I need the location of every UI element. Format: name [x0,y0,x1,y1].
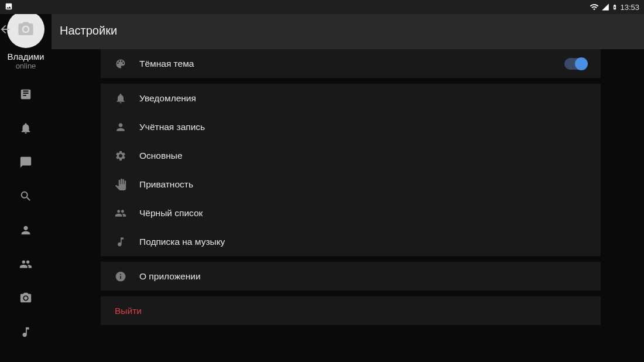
person-icon[interactable] [19,224,32,237]
wifi-icon [590,2,599,12]
avatar[interactable] [7,11,44,48]
row-blacklist[interactable]: Чёрный список [101,199,601,227]
music-icon [115,236,126,248]
statusbar-left [5,2,13,12]
row-privacy[interactable]: Приватность [101,170,601,199]
dark-theme-label: Тёмная тема [139,59,564,69]
info-icon [115,271,126,282]
logout-label: Выйти [115,306,587,316]
search-icon[interactable] [19,190,32,203]
section-logout: Выйти [101,296,601,325]
camera-icon [17,21,35,38]
feed-icon[interactable] [19,88,32,101]
row-music-sub[interactable]: Подписка на музыку [101,227,601,256]
section-general: Уведомления Учётная запись Основные Прив… [101,84,601,256]
settings-content: Тёмная тема Уведомления Учётная запись О… [101,49,601,362]
palette-icon [115,58,126,70]
camera-nav-icon[interactable] [19,292,32,305]
notifications-label: Уведомления [139,93,587,104]
battery-charging-icon [612,2,618,12]
blacklist-label: Чёрный список [139,208,587,218]
back-icon[interactable] [0,23,12,36]
bell-icon[interactable] [19,122,32,135]
gear-icon [115,150,126,162]
row-notifications[interactable]: Уведомления [101,84,601,112]
hand-icon [115,179,126,190]
account-label: Учётная запись [139,122,587,132]
about-label: О приложении [139,271,587,282]
row-dark-theme[interactable]: Тёмная тема [101,49,601,78]
sidebar: Владими online [0,0,52,362]
section-about: О приложении [101,262,601,291]
dark-theme-toggle[interactable] [564,58,587,70]
music-sub-label: Подписка на музыку [139,237,587,247]
music-nav-icon[interactable] [19,326,32,339]
privacy-label: Приватность [139,179,587,190]
row-account[interactable]: Учётная запись [101,112,601,141]
group-icon [115,207,126,219]
status-bar: 13:53 [0,0,644,14]
person-icon [115,121,126,133]
bell-icon [115,93,126,104]
section-appearance: Тёмная тема [101,49,601,78]
row-about[interactable]: О приложении [101,262,601,291]
statusbar-right: 13:53 [590,2,639,12]
row-logout[interactable]: Выйти [101,296,601,325]
group-icon[interactable] [19,258,32,271]
nav-rail [19,88,32,339]
signal-icon [601,3,609,11]
chat-icon[interactable] [19,156,32,169]
main-label: Основные [139,151,587,161]
clock: 13:53 [620,3,639,12]
user-name: Владими [8,52,44,62]
page-title: Настройки [60,24,117,37]
row-main[interactable]: Основные [101,141,601,170]
image-icon [5,2,13,11]
user-status: online [16,62,36,70]
